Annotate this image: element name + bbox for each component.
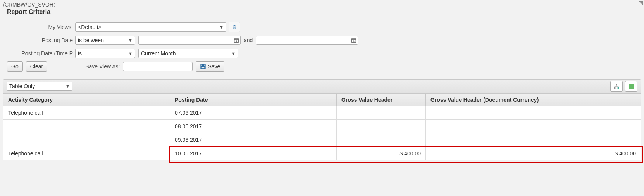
posting-date-label: Posting Date (7, 37, 75, 43)
table-header-row: Activity Category Posting Date Gross Val… (3, 94, 641, 106)
hierarchy-view-button[interactable] (610, 81, 623, 92)
svg-rect-13 (630, 84, 632, 85)
svg-rect-16 (630, 85, 632, 87)
chevron-down-icon: ▼ (65, 84, 70, 89)
svg-rect-18 (629, 87, 630, 89)
cell-posting: 08.06.2017 (170, 120, 337, 133)
go-button[interactable]: Go (7, 61, 23, 72)
hierarchy-icon (613, 83, 620, 89)
col-activity-category[interactable]: Activity Category (3, 94, 170, 106)
breadcrumb: /CRMBW/GV_SVOH: (3, 2, 641, 8)
posting-date-time-operator-select[interactable]: is ▼ (75, 49, 135, 58)
my-views-select[interactable]: <Default> ▼ (75, 22, 226, 32)
posting-date-operator-value: is between (78, 37, 104, 43)
svg-rect-10 (614, 87, 615, 89)
svg-rect-8 (201, 67, 205, 69)
grid-view-button[interactable] (625, 81, 637, 92)
cell-gross2 (426, 106, 641, 120)
cell-posting: 09.06.2017 (170, 133, 337, 147)
chevron-down-icon: ▼ (219, 25, 224, 29)
svg-text:1: 1 (236, 40, 237, 42)
posting-date-to-field[interactable]: 1 (256, 36, 358, 45)
save-button[interactable]: Save (196, 61, 224, 72)
cell-posting: 10.06.2017 (170, 147, 337, 160)
chevron-down-icon: ▼ (128, 38, 133, 43)
results-toolbar: Table Only ▼ (3, 79, 641, 93)
cell-activity (3, 120, 170, 133)
cell-gross1: $ 400.00 (337, 147, 426, 160)
svg-text:1: 1 (353, 40, 355, 42)
calendar-icon[interactable]: 1 (350, 37, 358, 43)
trash-icon (232, 24, 237, 30)
table-row[interactable]: Telephone call 10.06.2017 $ 400.00 $ 400… (3, 147, 641, 160)
save-view-as-input[interactable] (123, 62, 193, 71)
cell-gross1 (337, 133, 426, 147)
col-gross-value-header[interactable]: Gross Value Header (337, 94, 426, 106)
results-table: Activity Category Posting Date Gross Val… (3, 93, 641, 160)
cell-gross2 (426, 133, 641, 147)
svg-rect-12 (629, 84, 630, 85)
cell-posting: 07.06.2017 (170, 106, 337, 120)
cell-activity: Telephone call (3, 106, 170, 120)
svg-rect-11 (618, 87, 619, 89)
posting-date-time-operator-value: is (78, 50, 82, 56)
svg-rect-14 (632, 84, 634, 85)
posting-date-from-field[interactable]: 1 (138, 36, 241, 45)
col-posting-date[interactable]: Posting Date (170, 94, 337, 106)
clear-button[interactable]: Clear (26, 61, 47, 72)
view-mode-value: Table Only (9, 83, 35, 89)
svg-rect-7 (202, 64, 205, 66)
view-mode-select[interactable]: Table Only ▼ (7, 82, 72, 91)
page-title: Report Criteria (7, 9, 641, 15)
posting-date-operator-select[interactable]: is between ▼ (75, 36, 135, 45)
save-view-as-label: Save View As: (85, 63, 120, 70)
divider (3, 18, 641, 18)
col-gross-value-header-doc[interactable]: Gross Value Header (Document Currency) (426, 94, 641, 106)
table-row[interactable]: 09.06.2017 (3, 133, 641, 147)
posting-date-time-value-select[interactable]: Current Month ▼ (138, 49, 238, 58)
calendar-icon[interactable]: 1 (232, 37, 240, 43)
cell-gross1 (337, 120, 426, 133)
my-views-label: My Views: (7, 24, 75, 30)
chevron-down-icon: ▼ (231, 51, 236, 56)
delete-view-button[interactable] (229, 22, 240, 32)
cell-activity (3, 133, 170, 147)
svg-rect-20 (632, 87, 634, 89)
grid-icon (628, 83, 634, 89)
cell-activity: Telephone call (3, 147, 170, 160)
results-table-container: Activity Category Posting Date Gross Val… (3, 93, 641, 160)
cell-gross2 (426, 120, 641, 133)
save-icon (200, 63, 206, 70)
svg-rect-19 (630, 87, 632, 89)
criteria-section: My Views: <Default> ▼ Posting Date is be… (7, 22, 641, 72)
posting-date-time-value: Current Month (141, 50, 176, 56)
cell-gross1 (337, 106, 426, 120)
and-label: and (244, 37, 253, 43)
table-row[interactable]: Telephone call 07.06.2017 (3, 106, 641, 120)
posting-date-from-input[interactable] (139, 36, 232, 44)
posting-date-to-input[interactable] (256, 36, 350, 44)
table-row[interactable]: 08.06.2017 (3, 120, 641, 133)
chevron-down-icon: ▼ (128, 51, 133, 56)
svg-rect-15 (629, 85, 630, 87)
posting-date-time-label: Posting Date (Time P (7, 50, 75, 56)
my-views-value: <Default> (78, 24, 102, 30)
cell-gross2: $ 400.00 (426, 147, 641, 160)
svg-rect-9 (616, 84, 617, 85)
scroll-indicator (638, 1, 643, 6)
svg-rect-17 (632, 85, 634, 87)
